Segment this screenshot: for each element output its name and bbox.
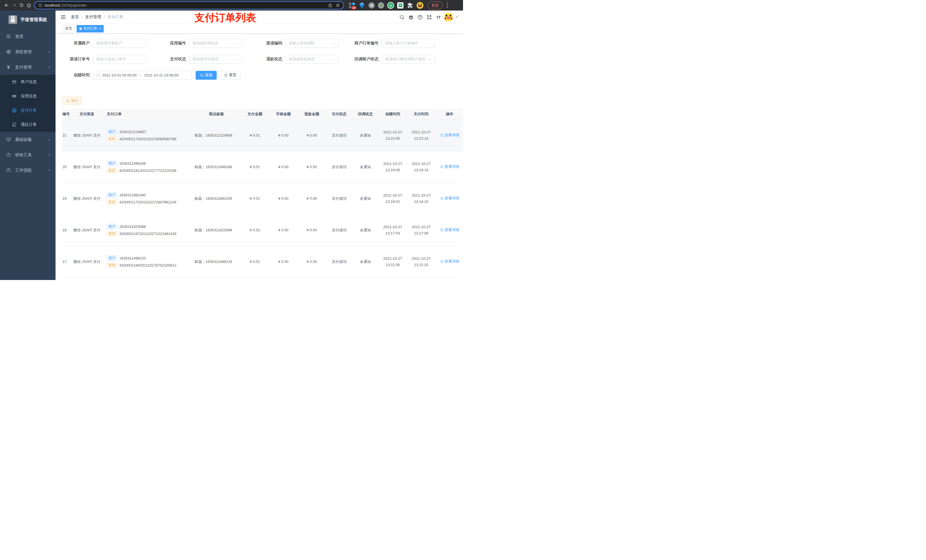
cell-fee: ¥ 0.00 [269,151,298,183]
help-icon[interactable] [417,14,423,20]
extension-badge: 10 [352,6,356,9]
channel-code-select[interactable]: 请输入渠道编码 [286,39,339,48]
breadcrumb-payment[interactable]: 支付管理 [85,15,101,20]
sidebar-item-refund-orders[interactable]: 退款订单 [0,118,56,132]
tab-payment-orders[interactable]: 支付订单 × [77,25,104,32]
cell-order-numbers: 商户1635311881440支付42000011732021102728479… [104,183,192,214]
pay-status-select[interactable]: 请选择支付状态 [189,54,242,64]
merchant-order-no-input[interactable]: 请输入商户订单编号 [382,39,435,48]
font-size-icon[interactable]: тT [436,14,441,20]
fullscreen-icon[interactable] [426,14,432,20]
sidebar-item-dev-tools[interactable]: 研发工具 [0,147,56,163]
gear-icon [6,49,11,54]
sidebar-item-system-management[interactable]: 系统管理 [0,44,56,59]
search-icon[interactable] [399,14,405,20]
sidebar-collapse-icon[interactable] [60,14,67,20]
create-time-range-picker[interactable]: 2021-10-01 00:00:00 - 2021-10-31 23:59:5… [93,71,192,80]
extension-blocks-icon[interactable]: 10 [348,2,356,9]
chevron-down-icon [332,57,336,61]
site-info-icon[interactable] [38,3,42,8]
browser-menu-icon[interactable] [446,3,449,8]
extensions-puzzle-icon[interactable] [407,2,413,9]
y-extension-icon[interactable]: y [387,2,394,9]
filter-row-2: 渠道订单号 请输入渠道订单号 支付状态 请选择支付状态 退款状态 请选择退款状态… [62,54,463,64]
cell-amount: ¥ 0.01 [241,183,269,214]
cell-pay-status: 支付成功 [326,183,352,214]
sidebar-item-app-info[interactable]: 应用信息 [0,89,56,103]
breadcrumb: 首页 / 支付管理 / 支付订单 [71,15,123,20]
sidebar-item-infrastructure[interactable]: 基础设施 [0,132,56,147]
bookmark-star-icon[interactable] [336,3,340,8]
emoji-extension-icon[interactable] [416,2,424,9]
browser-reload-icon[interactable] [18,2,25,9]
callback-status-select[interactable]: 请选择订单回调商户状态 [382,54,435,64]
github-icon[interactable] [408,14,414,20]
browser-update-button[interactable]: 更新 [427,2,443,9]
address-bar[interactable]: localhost:1024/pay/order [34,1,344,9]
column-header-5: 手续金额 [269,109,298,119]
filter-merchant-order-no: 商户订单编号 请输入商户订单编号 [351,39,435,48]
column-header-0: 编号 [62,109,70,119]
sidebar-item-workflow[interactable]: 工作流程 [0,163,56,178]
view-details-link[interactable]: 查看详情 [440,259,459,264]
cell-pay-status: 支付成功 [326,119,352,151]
view-details-link[interactable]: 查看详情 [440,227,459,232]
cell-title [192,278,241,280]
merchant-tag: 商户 [107,160,117,166]
sidebar-item-merchant-info[interactable]: 商户信息 [0,75,56,89]
view-details-link[interactable]: 查看详情 [440,133,459,138]
user-avatar[interactable] [445,13,452,21]
chat-extension-icon[interactable] [397,2,404,9]
view-details-link[interactable]: 查看详情 [440,164,459,169]
cell-title: 标题：1635311823086 [192,214,241,246]
command-extension-icon[interactable]: ⌘ [368,2,375,9]
cell-pay-status [326,278,352,280]
avatar-caret-icon[interactable] [455,16,458,18]
reset-button[interactable]: 重置 [219,71,241,80]
sidebar-submenu: 商户信息 应用信息 支付订单 退款订单 [0,75,56,132]
refund-status-select[interactable]: 请选择退款状态 [286,54,339,64]
cell-id: 117 [62,246,70,278]
share-icon[interactable] [328,3,332,8]
column-header-8: 回调状态 [352,109,378,119]
app-logo[interactable]: 芋道管理系统 [0,11,56,29]
cell-amount: ¥ 0.01 [241,214,269,246]
top-navbar: 首页 / 支付管理 / 支付订单 支付订单列表 [56,11,463,24]
sidebar-item-payment-orders[interactable]: 支付订单 [0,103,56,118]
pay-circle-icon [11,108,17,113]
cell-pay-status: 支付成功 [326,246,352,278]
placeholder-text: 请选择应用信息 [192,41,236,46]
cell-create-time: 2021-10-2713:11:08 [378,246,407,278]
column-header-6: 退款金额 [298,109,326,119]
search-button[interactable]: 搜索 [196,71,217,80]
view-details-link[interactable]: 查看详情 [440,196,459,201]
cell-create-time: 2021-10-2713:18:02 [378,183,407,214]
cell-action: 查看详情 [436,214,463,246]
filter-callback-status: 回调商户状态 请选择订单回调商户状态 [351,54,435,64]
cell-pay-time: 2021-10-2713:17:08 [407,214,436,246]
monitor-icon [6,137,11,142]
sidebar-item-payment-management[interactable]: ¥ 支付管理 [0,59,56,75]
browser-back-icon[interactable] [3,2,10,9]
channel-order-no-input[interactable]: 请输入渠道订单号 [93,54,146,64]
cell-refund: ¥ 0.00 [298,151,326,183]
merchant-tag: 商户 [107,255,117,261]
cell-refund: ¥ 0.00 [298,246,326,278]
placeholder-text: 请输入渠道订单号 [96,57,143,62]
sidebar-item-home[interactable]: 首页 [0,29,56,44]
cell-id [62,278,70,280]
merchant-input[interactable]: 请选择所属商户 [93,39,146,48]
cell-notify-status: 未通知 [352,183,378,214]
app-no-select[interactable]: 请选择应用信息 [189,39,242,48]
chevron-down-icon [47,169,51,172]
breadcrumb-home[interactable]: 首页 [71,15,79,20]
browser-home-icon[interactable] [25,2,32,9]
browser-forward-icon[interactable] [10,2,18,9]
export-button[interactable]: 导出 [62,97,82,105]
tab-home[interactable]: 首页 [62,25,75,32]
cell-fee: ¥ 0.00 [269,183,298,214]
tab-close-icon[interactable]: × [99,27,101,30]
kite-extension-icon[interactable] [359,2,365,9]
dot-extension-icon[interactable] [378,2,384,9]
grid-icon [11,94,17,99]
